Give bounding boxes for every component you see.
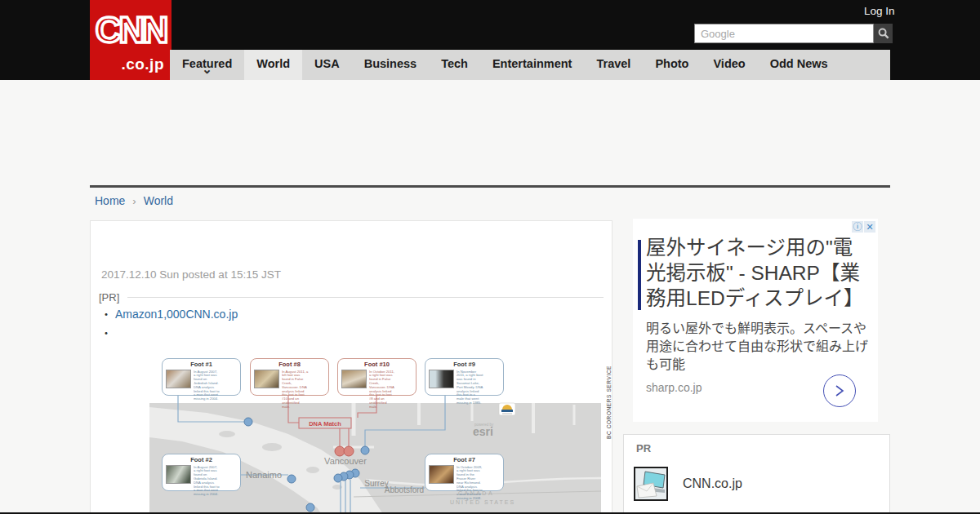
cnn-logo-text: CNN — [90, 10, 172, 51]
pr-thumbnail[interactable] — [634, 467, 668, 501]
site-header: CNN .co.jp Log In Featured ⌄ World USA B… — [0, 0, 980, 80]
foot-box-1: Foot #1 In August 2007, a right foot was… — [162, 358, 241, 396]
ad-body: 明るい屋外でも鮮明表示。スペースや用途に合わせて自由な形状で組み上げも可能 — [646, 320, 873, 374]
foot-box-10: Foot #10 In October 2011, a right foot w… — [337, 358, 416, 396]
search-button[interactable] — [874, 24, 893, 43]
related-link-row: ・Amazon1,000CNN.co.jp — [100, 305, 238, 321]
foot-box-desc: In November 2011, a right boot was found… — [457, 370, 483, 405]
pr-panel: PR CNN.co.jp — [623, 434, 890, 514]
foot-box-title: Foot #8 — [251, 361, 328, 368]
ad-accent-bar — [638, 240, 641, 310]
chevron-right-icon — [834, 384, 845, 397]
bullet: ・ — [100, 326, 112, 339]
foot-box-desc: In August 2007, a right foot was found o… — [194, 370, 220, 401]
amazon-link[interactable]: Amazon1,000CNN.co.jp — [115, 308, 238, 321]
foot-box-7: Foot #7 In October 2009, a right foot wa… — [425, 454, 504, 491]
bullet: ・ — [100, 308, 112, 321]
foot-box-desc: In August 2007, a right foot was found o… — [194, 465, 220, 496]
nav-item-world[interactable]: World — [244, 50, 302, 80]
cnn-logo[interactable]: CNN .co.jp — [90, 0, 172, 80]
place-label-nanaimo: Nanaimo — [246, 470, 282, 480]
breadcrumb-separator-icon: › — [132, 195, 136, 207]
nav-item-photo[interactable]: Photo — [643, 50, 701, 80]
search-input[interactable] — [694, 24, 874, 43]
foot-box-title: Foot #9 — [425, 361, 503, 368]
ad-headline[interactable]: 屋外サイネージ用の"電光掲示板" - SHARP【業務用LEDディスプレイ】 — [646, 235, 871, 311]
related-link-row-empty: ・ — [100, 324, 112, 340]
breadcrumb-home[interactable]: Home — [95, 194, 125, 207]
nav-item-tech[interactable]: Tech — [429, 50, 480, 80]
feet-map-infographic: CANADA UNITED STATES DNA Match — [149, 356, 612, 514]
nav-item-oddnews[interactable]: Odd News — [758, 50, 840, 80]
foot-box-8: Foot #8 In August 2011, a left foot was … — [250, 358, 329, 396]
nav-item-usa[interactable]: USA — [302, 50, 352, 80]
newsletter-icon — [635, 468, 666, 499]
foot-box-title: Foot #2 — [163, 456, 240, 463]
foot-box-title: Foot #10 — [338, 361, 416, 368]
shoe-photo — [429, 465, 454, 484]
pr-panel-label: PR — [636, 442, 651, 454]
shoe-photo — [166, 465, 191, 484]
foot-box-desc: In October 2009, a right foot was found … — [457, 465, 483, 500]
pr-tag: [PR] — [99, 291, 119, 304]
breadcrumb-world[interactable]: World — [144, 194, 173, 207]
login-link[interactable]: Log In — [864, 5, 895, 17]
place-label-vancouver: Vancouver — [324, 456, 367, 466]
search-bar — [694, 24, 893, 43]
ad-domain: sharp.co.jp — [646, 381, 702, 394]
ad-close-icon[interactable]: ✕ — [864, 221, 875, 233]
article-panel: 2017.12.10 Sun posted at 15:15 JST [PR] … — [90, 220, 612, 514]
nav-item-featured[interactable]: Featured ⌄ — [170, 50, 244, 80]
main-nav: Featured ⌄ World USA Business Tech Enter… — [170, 50, 890, 80]
ad-info-icon[interactable]: ⓘ — [852, 221, 863, 233]
content-divider — [90, 185, 890, 188]
adchoices: ⓘ ✕ — [852, 221, 875, 233]
nav-item-entertainment[interactable]: Entertainment — [480, 50, 585, 80]
place-label-abbotsford: Abbotsford — [385, 485, 424, 494]
nav-item-travel[interactable]: Travel — [584, 50, 643, 80]
chevron-down-icon: ⌄ — [202, 55, 212, 83]
ad-cta-button[interactable] — [823, 374, 856, 407]
shoe-photo — [254, 370, 279, 388]
foot-box-desc: In October 2011, a right foot was found … — [369, 370, 395, 409]
cnn-logo-cojp: .co.jp — [121, 55, 164, 73]
pr-item-title[interactable]: CNN.co.jp — [683, 476, 742, 491]
search-icon — [878, 28, 889, 39]
foot-box-title: Foot #7 — [425, 456, 503, 463]
posted-date: 2017.12.10 Sun posted at 15:15 JST — [101, 268, 281, 281]
pr-tag-row: [PR] — [99, 291, 604, 304]
foot-box-2: Foot #2 In August 2007, a right foot was… — [162, 454, 241, 491]
pr-divider — [127, 297, 604, 298]
foot-box-9: Foot #9 In November 2011, a right boot w… — [425, 358, 504, 396]
nav-item-business[interactable]: Business — [352, 50, 429, 80]
map-credit: BC CORONERS SERVICE — [606, 357, 612, 439]
foot-box-title: Foot #1 — [163, 361, 240, 368]
shoe-photo — [166, 370, 191, 388]
sidebar-ad: ⓘ ✕ 屋外サイネージ用の"電光掲示板" - SHARP【業務用LEDディスプレ… — [633, 219, 878, 422]
foot-box-desc: In August 2011, a left foot was found in… — [282, 370, 308, 409]
nav-item-video[interactable]: Video — [701, 50, 757, 80]
breadcrumb: Home › World — [95, 194, 173, 207]
shoe-photo — [429, 370, 454, 388]
shoe-photo — [341, 370, 367, 388]
bc-gov-logo — [499, 403, 515, 415]
